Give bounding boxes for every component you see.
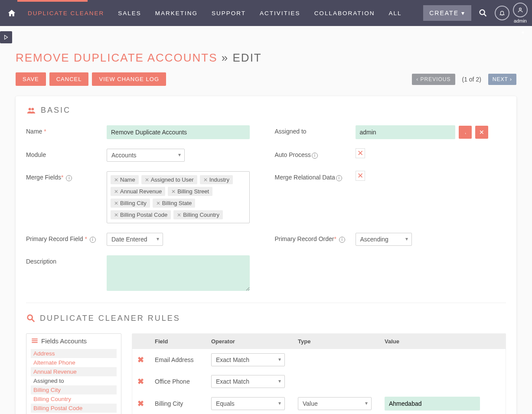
fields-panel-head: Fields Accounts — [31, 337, 117, 345]
fields-panel[interactable]: Fields Accounts AddressAlternate PhoneAn… — [26, 333, 121, 414]
nav-sales[interactable]: SALES — [113, 10, 147, 16]
save-button[interactable]: SAVE — [16, 72, 46, 86]
merge-tag[interactable]: ✕Billing Postal Code — [111, 210, 171, 219]
section-rules-head: DUPLICATE CLEANER RULES — [26, 313, 506, 323]
tag-remove-icon[interactable]: ✕ — [145, 177, 149, 183]
cancel-button[interactable]: CANCEL — [49, 72, 89, 86]
previous-button[interactable]: ‹ PREVIOUS — [412, 74, 455, 85]
tag-remove-icon[interactable]: ✕ — [156, 200, 160, 206]
field-item[interactable]: Annual Revenue — [31, 367, 117, 376]
delete-rule-icon[interactable]: ✖ — [137, 355, 155, 365]
home-icon[interactable] — [4, 9, 19, 17]
field-item[interactable]: Billing City — [31, 385, 117, 394]
chevron-down-icon[interactable]: ▾ — [522, 29, 524, 36]
svg-rect-7 — [32, 339, 37, 339]
svg-line-1 — [484, 14, 486, 16]
nav-all[interactable]: ALL — [383, 10, 407, 16]
create-button[interactable]: CREATE ▾ — [423, 5, 471, 21]
merge-tag[interactable]: ✕Billing State — [153, 199, 196, 208]
svg-point-2 — [519, 8, 522, 10]
field-item[interactable]: Assigned to — [31, 376, 117, 385]
caret-down-icon: ▾ — [461, 10, 465, 16]
rule-field-label: Office Phone — [155, 378, 211, 385]
rule-type-select[interactable]: Value — [298, 397, 372, 410]
tag-remove-icon[interactable]: ✕ — [114, 212, 118, 218]
label-description: Description — [26, 255, 100, 265]
delete-rule-icon[interactable]: ✖ — [137, 377, 155, 386]
merge-relational-checkbox[interactable]: ✕ — [356, 171, 365, 181]
rule-field-label: Email Address — [155, 356, 211, 363]
merge-tag[interactable]: ✕Billing Country — [173, 210, 223, 219]
search-icon[interactable] — [475, 8, 491, 18]
field-item[interactable]: Billing Country — [31, 394, 117, 404]
info-icon[interactable]: i — [339, 237, 345, 243]
svg-point-5 — [28, 315, 33, 320]
auto-process-checkbox[interactable]: ✕ — [356, 148, 365, 158]
nav-collaboration[interactable]: COLLABORATION — [309, 10, 380, 16]
label-merge-relational: Merge Relational Datai — [275, 171, 349, 181]
col-operator: Operator — [211, 338, 298, 345]
rule-field-label: Billing City — [155, 400, 211, 407]
tag-remove-icon[interactable]: ✕ — [177, 212, 181, 218]
rules-table: Field Operator Type Value ✖Email Address… — [132, 333, 506, 414]
info-icon[interactable]: i — [90, 237, 96, 243]
tag-remove-icon[interactable]: ✕ — [114, 200, 118, 206]
field-item[interactable]: Address — [31, 349, 117, 358]
assigned-to-clear-button[interactable]: ✕ — [475, 126, 488, 139]
primary-order-select[interactable]: Ascending — [356, 233, 412, 246]
delete-rule-icon[interactable]: ✖ — [137, 399, 155, 408]
assigned-to-select-button[interactable] — [459, 126, 472, 139]
description-textarea[interactable] — [107, 255, 250, 291]
label-primary-field: Primary Record Field * i — [26, 233, 100, 243]
svg-point-0 — [480, 10, 485, 15]
user-label: admin — [514, 18, 527, 23]
expand-icon[interactable] — [0, 31, 12, 43]
notifications-icon[interactable] — [495, 6, 509, 20]
info-icon[interactable]: i — [312, 153, 318, 159]
top-nav: DUPLICATE CLEANER SALES MARKETING SUPPOR… — [0, 0, 532, 26]
nav-duplicate-cleaner[interactable]: DUPLICATE CLEANER — [23, 10, 109, 16]
page-title: REMOVE DUPLICATE ACCOUNTS » EDIT — [16, 51, 516, 65]
rule-row: ✖Email AddressExact Match — [132, 349, 506, 371]
merge-tag[interactable]: ✕Name — [111, 175, 139, 184]
tag-remove-icon[interactable]: ✕ — [114, 177, 118, 183]
merge-fields-tagbox[interactable]: ✕Name✕Assigned to User✕Industry✕Annual R… — [107, 171, 250, 223]
tag-remove-icon[interactable]: ✕ — [203, 177, 208, 183]
primary-field-select[interactable]: Date Entered — [107, 233, 163, 246]
label-primary-order: Primary Record Order* i — [275, 233, 349, 243]
merge-tag[interactable]: ✕Billing Street — [168, 187, 212, 196]
merge-tag[interactable]: ✕Billing City — [111, 199, 150, 208]
label-merge-fields: Merge Fields* i — [26, 171, 100, 181]
label-assigned-to: Assigned to — [275, 125, 349, 135]
nav-support[interactable]: SUPPORT — [206, 10, 251, 16]
info-icon[interactable]: i — [66, 175, 72, 181]
tag-remove-icon[interactable]: ✕ — [171, 189, 176, 195]
rule-value-input[interactable] — [385, 397, 480, 411]
svg-point-4 — [31, 108, 34, 110]
rule-operator-select[interactable]: Exact Match — [211, 353, 285, 366]
field-item[interactable]: Alternate Phone — [31, 358, 117, 367]
svg-line-6 — [32, 319, 34, 322]
merge-tag[interactable]: ✕Assigned to User — [141, 175, 197, 184]
next-button[interactable]: NEXT › — [488, 74, 516, 85]
pager-label: (1 of 2) — [459, 76, 485, 83]
label-name: Name * — [26, 125, 100, 135]
rule-row: ✖Billing CityEqualsValue — [132, 392, 506, 414]
people-icon — [26, 106, 36, 115]
merge-tag[interactable]: ✕Industry — [200, 175, 233, 184]
module-select[interactable]: Accounts — [107, 149, 185, 162]
view-change-log-button[interactable]: VIEW CHANGE LOG — [92, 72, 166, 86]
merge-tag[interactable]: ✕Annual Revenue — [111, 187, 165, 196]
tag-remove-icon[interactable]: ✕ — [114, 189, 118, 195]
info-icon[interactable]: i — [336, 175, 342, 181]
nav-marketing[interactable]: MARKETING — [150, 10, 203, 16]
rule-operator-select[interactable]: Equals — [211, 397, 285, 410]
nav-activities[interactable]: ACTIVITIES — [255, 10, 306, 16]
user-icon[interactable] — [513, 3, 528, 17]
rule-operator-select[interactable]: Exact Match — [211, 375, 285, 388]
field-item[interactable]: Billing Postal Code — [31, 404, 117, 413]
name-input[interactable] — [107, 125, 250, 139]
assigned-to-input[interactable] — [356, 125, 455, 139]
col-field: Field — [155, 338, 211, 345]
rule-row: ✖Office PhoneExact Match — [132, 371, 506, 392]
